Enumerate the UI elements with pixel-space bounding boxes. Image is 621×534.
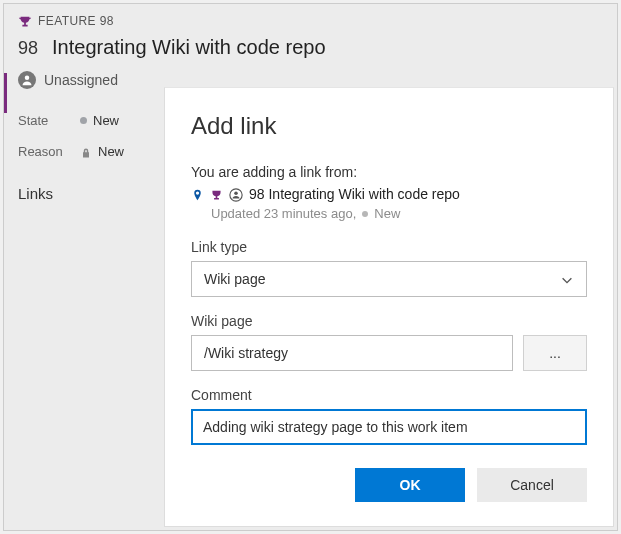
title-row: 98 Integrating Wiki with code repo — [18, 36, 603, 69]
dialog-title: Add link — [191, 112, 587, 140]
state-dot-small-icon — [362, 211, 368, 217]
adding-from-label: You are adding a link from: — [191, 164, 587, 180]
from-item-text: 98 Integrating Wiki with code repo — [249, 186, 460, 202]
feature-label: FEATURE 98 — [38, 14, 114, 28]
updated-line: Updated 23 minutes ago, New — [211, 206, 587, 221]
browse-button[interactable]: ... — [523, 335, 587, 371]
reason-label: Reason — [18, 144, 80, 159]
work-item-panel: FEATURE 98 98 Integrating Wiki with code… — [3, 3, 618, 531]
updated-state: New — [374, 206, 400, 221]
from-item: 98 Integrating Wiki with code repo — [191, 186, 587, 202]
person-icon — [18, 71, 36, 89]
meta-section: State New Reason New — [4, 99, 164, 167]
svg-point-2 — [234, 192, 238, 196]
wiki-page-label: Wiki page — [191, 313, 587, 329]
state-dot-icon — [80, 117, 87, 124]
lock-icon — [80, 144, 92, 159]
feature-tag: FEATURE 98 — [18, 12, 603, 30]
chevron-down-icon — [560, 271, 574, 287]
work-item-id: 98 — [18, 38, 38, 59]
reason-row[interactable]: Reason New — [18, 136, 164, 167]
group-icon — [229, 186, 243, 202]
link-type-select[interactable]: Wiki page — [191, 261, 587, 297]
state-value: New — [93, 113, 119, 128]
dialog-buttons: OK Cancel — [191, 468, 587, 502]
svg-point-0 — [25, 76, 30, 81]
updated-text: Updated 23 minutes ago, — [211, 206, 356, 221]
work-item-title[interactable]: Integrating Wiki with code repo — [52, 36, 325, 59]
trophy-small-icon — [210, 186, 223, 202]
feature-header: FEATURE 98 98 Integrating Wiki with code… — [4, 4, 617, 69]
cancel-button[interactable]: Cancel — [477, 468, 587, 502]
wiki-page-input[interactable] — [191, 335, 513, 371]
pin-icon — [191, 186, 204, 202]
link-type-value: Wiki page — [204, 271, 265, 287]
reason-value: New — [98, 144, 124, 159]
trophy-icon — [18, 12, 32, 30]
comment-input[interactable] — [191, 409, 587, 445]
accent-bar — [4, 73, 7, 113]
add-link-dialog: Add link You are adding a link from: 98 … — [164, 87, 614, 527]
state-row[interactable]: State New — [18, 105, 164, 136]
ok-button[interactable]: OK — [355, 468, 465, 502]
comment-label: Comment — [191, 387, 587, 403]
link-type-label: Link type — [191, 239, 587, 255]
assignee-label: Unassigned — [44, 72, 118, 88]
state-label: State — [18, 113, 80, 128]
